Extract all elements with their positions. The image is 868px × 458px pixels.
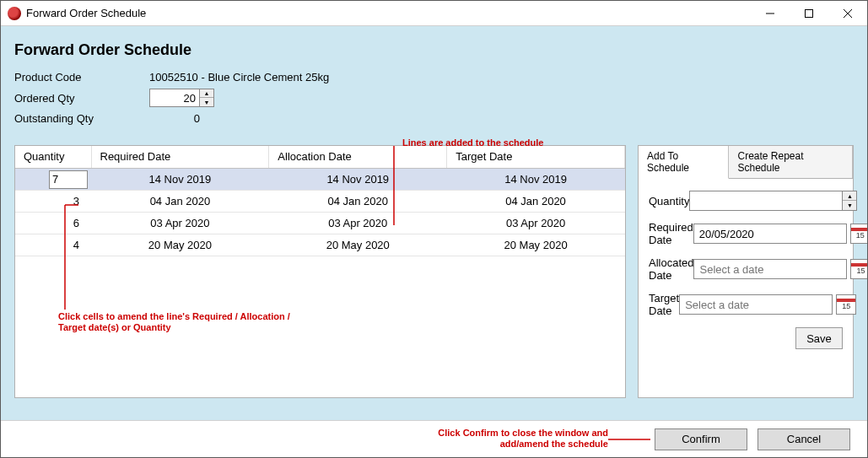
cell-quantity[interactable]: 4 [15, 234, 91, 256]
ordered-qty-label: Ordered Qty [14, 92, 149, 105]
cell-target-date[interactable]: 03 Apr 2020 [447, 212, 625, 234]
save-button[interactable]: Save [795, 327, 843, 349]
spinner-up-button[interactable]: ▲ [200, 89, 213, 98]
calendar-icon[interactable]: 15 [850, 224, 867, 244]
grid-header-row: Quantity Required Date Allocation Date T… [15, 146, 625, 168]
spinner-down-button[interactable]: ▼ [200, 98, 213, 106]
cell-allocation-date[interactable]: 04 Jan 2020 [269, 190, 447, 212]
panel-quantity-input[interactable] [689, 191, 843, 211]
annotation-click-confirm: Click Confirm to close the window and ad… [431, 428, 608, 450]
table-row[interactable]: 603 Apr 202003 Apr 202003 Apr 2020 [15, 212, 625, 234]
panel-quantity-row: Quantity ▲ ▼ [649, 191, 843, 211]
ordered-qty-input[interactable] [149, 89, 200, 107]
calendar-icon[interactable]: 15 [850, 259, 867, 279]
minimize-button[interactable] [751, 1, 790, 25]
cell-quantity[interactable] [15, 168, 91, 190]
product-code-value: 10052510 - Blue Circle Cement 25kg [149, 71, 329, 84]
cell-target-date[interactable]: 04 Jan 2020 [447, 190, 625, 212]
maximize-button[interactable] [790, 1, 828, 25]
confirm-button[interactable]: Confirm [655, 428, 747, 450]
tab-create-repeat-schedule[interactable]: Create Repeat Schedule [729, 146, 853, 178]
panel-target-date-label: Target Date [649, 292, 679, 317]
app-icon [8, 7, 21, 20]
tab-add-to-schedule[interactable]: Add To Schedule [639, 146, 729, 179]
panel-allocated-date-input[interactable] [693, 259, 847, 279]
ordered-qty-spinner: ▲ ▼ [200, 89, 214, 107]
maximize-icon [805, 9, 813, 18]
product-code-row: Product Code 10052510 - Blue Circle Ceme… [14, 71, 854, 84]
minimize-icon [766, 9, 774, 18]
col-target-date[interactable]: Target Date [447, 146, 625, 168]
panel-required-date-input[interactable] [693, 224, 847, 244]
window-controls [751, 1, 867, 25]
col-allocation-date[interactable]: Allocation Date [269, 146, 447, 168]
panel-required-date-label: Required Date [649, 221, 693, 246]
panel-allocated-date-label: Allocated Date [649, 256, 693, 282]
cancel-button[interactable]: Cancel [757, 428, 850, 450]
cell-required-date[interactable]: 04 Jan 2020 [91, 190, 269, 212]
footer: Click Confirm to close the window and ad… [1, 420, 867, 457]
cell-required-date[interactable]: 14 Nov 2019 [91, 168, 269, 190]
cell-target-date[interactable]: 20 May 2020 [447, 234, 625, 256]
cell-allocation-date[interactable]: 03 Apr 2020 [269, 212, 447, 234]
ordered-qty-row: Ordered Qty ▲ ▼ [14, 89, 854, 107]
cell-required-date[interactable]: 03 Apr 2020 [91, 212, 269, 234]
page-title: Forward Order Schedule [14, 41, 854, 59]
cell-quantity-editor[interactable] [49, 170, 88, 189]
outstanding-qty-value: 0 [149, 112, 200, 125]
close-button[interactable] [828, 1, 867, 25]
annotation-footer-line [1, 421, 659, 458]
app-window: Forward Order Schedule Forward Order Sch… [0, 0, 868, 458]
panel-target-date-row: Target Date 15 [649, 292, 843, 317]
cell-quantity[interactable]: 6 [15, 212, 91, 234]
table-row[interactable]: 14 Nov 201914 Nov 201914 Nov 2019 [15, 168, 625, 190]
content-area: Forward Order Schedule Product Code 1005… [1, 26, 867, 420]
outstanding-qty-row: Outstanding Qty 0 [14, 112, 854, 125]
side-tabs: Add To Schedule Create Repeat Schedule [639, 146, 853, 179]
cell-required-date[interactable]: 20 May 2020 [91, 234, 269, 256]
spinner-up-button[interactable]: ▲ [843, 191, 856, 201]
side-panel: Add To Schedule Create Repeat Schedule Q… [638, 145, 854, 398]
panel-quantity-spinner: ▲ ▼ [843, 191, 857, 211]
panel-required-date-row: Required Date 15 [649, 221, 843, 246]
close-icon [844, 9, 852, 18]
product-code-label: Product Code [14, 71, 149, 84]
cell-quantity[interactable]: 3 [15, 190, 91, 212]
cell-allocation-date[interactable]: 14 Nov 2019 [269, 168, 447, 190]
svg-rect-1 [806, 9, 813, 17]
cell-allocation-date[interactable]: 20 May 2020 [269, 234, 447, 256]
panel-quantity-label: Quantity [649, 195, 689, 207]
window-title: Forward Order Schedule [26, 7, 146, 19]
outstanding-qty-label: Outstanding Qty [14, 112, 149, 125]
col-quantity[interactable]: Quantity [15, 146, 91, 168]
col-required-date[interactable]: Required Date [91, 146, 269, 168]
schedule-grid: Quantity Required Date Allocation Date T… [14, 145, 626, 398]
panel-allocated-date-row: Allocated Date 15 [649, 256, 843, 282]
table-row[interactable]: 304 Jan 202004 Jan 202004 Jan 2020 [15, 190, 625, 212]
spinner-down-button[interactable]: ▼ [843, 201, 856, 210]
table-row[interactable]: 420 May 202020 May 202020 May 2020 [15, 234, 625, 256]
calendar-icon[interactable]: 15 [836, 294, 856, 315]
cell-target-date[interactable]: 14 Nov 2019 [447, 168, 625, 190]
panel-target-date-input[interactable] [679, 294, 833, 315]
titlebar: Forward Order Schedule [1, 1, 867, 26]
